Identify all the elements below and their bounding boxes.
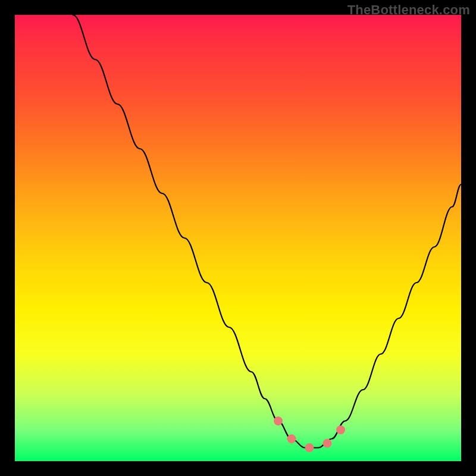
plot-area <box>15 15 461 461</box>
red-marker-right <box>336 425 345 434</box>
red-marker-bottom <box>305 443 314 452</box>
red-marker-mid-right <box>323 439 332 448</box>
marker-group <box>274 416 345 452</box>
chart-frame: TheBottleneck.com <box>0 0 476 476</box>
bottleneck-curve <box>73 15 462 448</box>
curve-svg <box>15 15 461 461</box>
red-marker-left <box>274 416 283 425</box>
red-marker-mid-left <box>287 434 296 443</box>
